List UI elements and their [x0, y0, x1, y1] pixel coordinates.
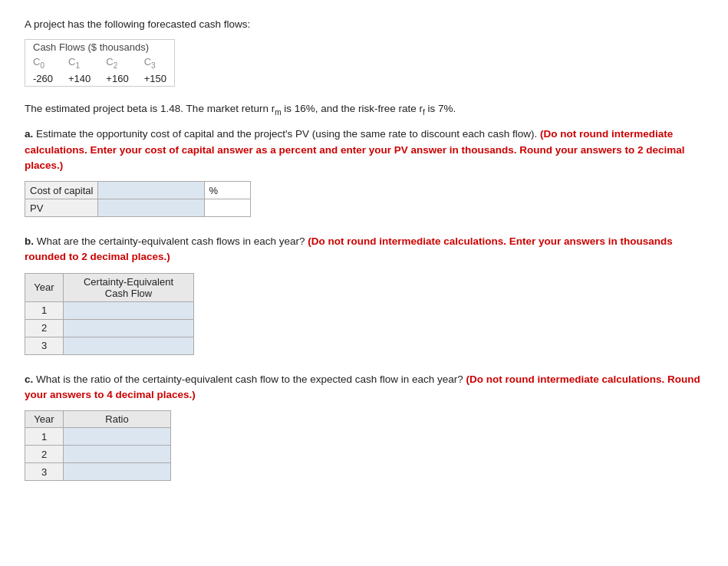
table-header-row: Year Ratio [25, 411, 171, 428]
b-cf-input-3-cell[interactable] [64, 337, 194, 354]
cf-header-c2: C2 [98, 54, 136, 71]
cf-header-c0: C0 [25, 54, 61, 71]
table-row: 2 [25, 319, 194, 337]
b-cf-input-2-cell[interactable] [64, 319, 194, 337]
beta-text-part3: is 7%. [425, 103, 456, 114]
b-year-2: 2 [25, 319, 64, 337]
beta-text-part1: The estimated project beta is 1.48. The … [25, 103, 275, 114]
cf-val-c1: +140 [61, 71, 98, 86]
c-year-header: Year [25, 411, 64, 428]
section-a-table: Cost of capital % PV [25, 181, 251, 217]
c-ratio-input-2-cell[interactable] [64, 446, 171, 463]
c-year-1: 1 [25, 428, 64, 446]
table-row: 3 [25, 337, 194, 354]
section-c: c. What is the ratio of the certainty-eq… [25, 372, 703, 482]
cf-header-c1: C1 [61, 54, 98, 71]
cf-val-c3: +150 [137, 71, 174, 86]
beta-text-part2: is 16%, and the risk-free rate r [282, 103, 423, 114]
b-cf-input-1[interactable] [67, 304, 189, 318]
section-a-letter: a. [25, 128, 33, 140]
c-ratio-input-2[interactable] [67, 447, 166, 461]
pv-input-cell[interactable] [98, 199, 205, 217]
b-cf-input-1-cell[interactable] [64, 301, 194, 319]
table-row: 2 [25, 446, 171, 463]
cf-table-title: Cash Flows ($ thousands) [25, 40, 174, 54]
c-ratio-input-3-cell[interactable] [64, 463, 171, 481]
section-a: a. Estimate the opportunity cost of capi… [25, 127, 703, 217]
c-ratio-input-1[interactable] [67, 429, 166, 443]
b-year-header: Year [25, 273, 64, 301]
c-ratio-input-3[interactable] [67, 465, 166, 479]
section-b-table: Year Certainty-EquivalentCash Flow 1 2 3 [25, 273, 194, 355]
coc-input-cell[interactable] [98, 182, 205, 199]
section-c-table: Year Ratio 1 2 3 [25, 410, 171, 481]
cash-flow-table: Cash Flows ($ thousands) C0 C1 C2 C3 -26… [25, 39, 175, 87]
b-year-1: 1 [25, 301, 64, 319]
pv-empty-suffix [205, 199, 251, 217]
section-b: b. What are the certainty-equivalent cas… [25, 234, 703, 355]
section-b-label: b. What are the certainty-equivalent cas… [25, 234, 703, 265]
intro-paragraph: A project has the following forecasted c… [25, 18, 703, 30]
section-c-text: What is the ratio of the certainty-equiv… [36, 373, 466, 385]
section-b-letter: b. [25, 235, 34, 247]
table-row: 1 [25, 428, 171, 446]
table-row: 1 [25, 301, 194, 319]
b-cf-header: Certainty-EquivalentCash Flow [64, 273, 194, 301]
cf-val-c2: +160 [98, 71, 136, 86]
b-cf-input-3[interactable] [67, 339, 189, 353]
beta-description: The estimated project beta is 1.48. The … [25, 103, 703, 117]
c-ratio-header: Ratio [64, 411, 171, 428]
table-row: Cost of capital % [25, 182, 251, 199]
c-ratio-input-1-cell[interactable] [64, 428, 171, 446]
table-row: PV [25, 199, 251, 217]
pv-input[interactable] [101, 201, 201, 215]
table-header-row: Year Certainty-EquivalentCash Flow [25, 273, 194, 301]
intro-line1: A project has the following forecasted c… [25, 18, 250, 30]
c-year-3: 3 [25, 463, 64, 481]
table-row: 3 [25, 463, 171, 481]
section-c-label: c. What is the ratio of the certainty-eq… [25, 372, 703, 403]
b-cf-input-2[interactable] [67, 321, 189, 335]
pv-label: PV [25, 199, 98, 217]
rm-subscript: m [275, 107, 281, 116]
section-a-text1: Estimate the opportunity cost of capital… [36, 128, 540, 140]
cf-val-c0: -260 [25, 71, 61, 86]
section-a-label: a. Estimate the opportunity cost of capi… [25, 127, 703, 173]
b-year-3: 3 [25, 337, 64, 354]
section-c-letter: c. [25, 373, 33, 385]
coc-label: Cost of capital [25, 182, 98, 199]
coc-input[interactable] [101, 183, 201, 197]
coc-percent-sign: % [205, 182, 251, 199]
section-b-text: What are the certainty-equivalent cash f… [37, 235, 308, 247]
cf-header-c3: C3 [137, 54, 174, 71]
c-year-2: 2 [25, 446, 64, 463]
